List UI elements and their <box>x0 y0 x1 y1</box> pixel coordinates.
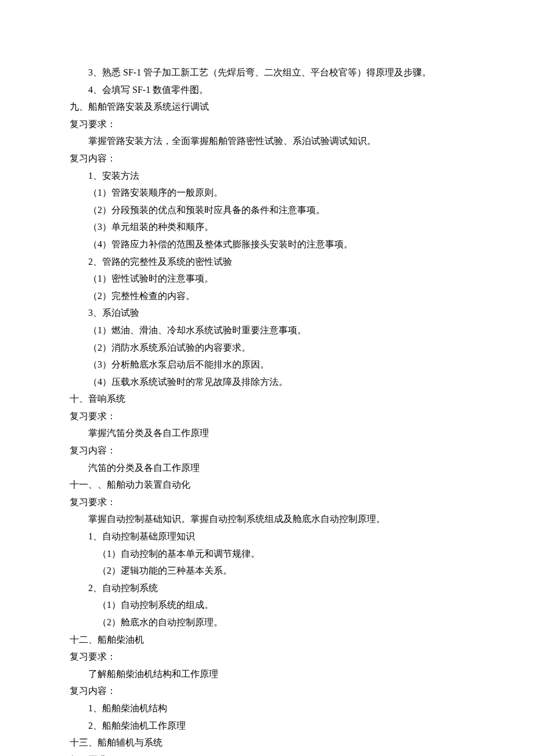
text-line: 了解船舶柴油机结构和工作原理 <box>70 665 464 683</box>
text-line: 2、管路的完整性及系统的密性试验 <box>70 253 464 271</box>
text-line: 九、船舶管路安装及系统运行调试 <box>70 98 464 116</box>
text-line: 十三、船舶辅机与系统 <box>70 734 464 751</box>
text-line: （2）消防水系统系泊试验的内容要求。 <box>70 339 464 357</box>
text-line: 1、自动控制基础原理知识 <box>70 528 464 545</box>
text-line: 复习要求： <box>70 116 464 133</box>
text-line: 复习内容： <box>70 150 464 167</box>
text-line: 1、船舶柴油机结构 <box>70 700 464 717</box>
text-line: 2、船舶柴油机工作原理 <box>70 717 464 735</box>
text-line: 掌握管路安装方法，全面掌握船舶管路密性试验、系泊试验调试知识。 <box>70 132 464 150</box>
text-line: （2）逻辑功能的三种基本关系。 <box>70 562 464 579</box>
text-line: 十一、、船舶动力装置自动化 <box>70 476 464 494</box>
text-line: 复习内容： <box>70 682 464 700</box>
text-line: （1）自动控制系统的组成。 <box>70 596 464 614</box>
text-line: 2、自动控制系统 <box>70 579 464 597</box>
text-line: （2）完整性检查的内容。 <box>70 287 464 305</box>
text-line: 十、音响系统 <box>70 390 464 408</box>
document-page: 3、熟悉 SF-1 管子加工新工艺（先焊后弯、二次组立、平台校官等）得原理及步骤… <box>0 0 534 756</box>
text-line: （1）密性试验时的注意事项。 <box>70 270 464 287</box>
text-line: （3）单元组装的种类和顺序。 <box>70 218 464 236</box>
text-line: 1、安装方法 <box>70 167 464 185</box>
text-line: 复习要求： <box>70 648 464 665</box>
text-line: （1）燃油、滑油、冷却水系统试验时重要注意事项。 <box>70 322 464 339</box>
text-line: （1）自动控制的基本单元和调节规律。 <box>70 545 464 563</box>
text-line: （3）分析舱底水泵启动后不能排水的原因。 <box>70 356 464 373</box>
text-line: 复习要求： <box>70 751 464 756</box>
text-line: （1）管路安装顺序的一般原则。 <box>70 184 464 201</box>
text-line: 4、会填写 SF-1 数值零件图。 <box>70 81 464 99</box>
text-line: （4）管路应力补偿的范围及整体式膨胀接头安装时的注意事项。 <box>70 236 464 253</box>
text-line: （4）压载水系统试验时的常见故障及排除方法。 <box>70 373 464 391</box>
text-line: （2）舱底水的自动控制原理。 <box>70 614 464 631</box>
text-line: 十二、船舶柴油机 <box>70 631 464 649</box>
text-line: 汽笛的分类及各自工作原理 <box>70 459 464 477</box>
text-line: 掌握自动控制基础知识。掌握自动控制系统组成及舱底水自动控制原理。 <box>70 510 464 528</box>
text-line: 复习要求： <box>70 494 464 511</box>
text-line: （2）分段预装的优点和预装时应具备的条件和注意事项。 <box>70 201 464 219</box>
text-line: 复习要求： <box>70 408 464 425</box>
text-line: 3、系泊试验 <box>70 304 464 322</box>
text-line: 掌握汽笛分类及各自工作原理 <box>70 424 464 442</box>
text-line: 3、熟悉 SF-1 管子加工新工艺（先焊后弯、二次组立、平台校官等）得原理及步骤… <box>70 64 464 81</box>
text-line: 复习内容： <box>70 442 464 459</box>
